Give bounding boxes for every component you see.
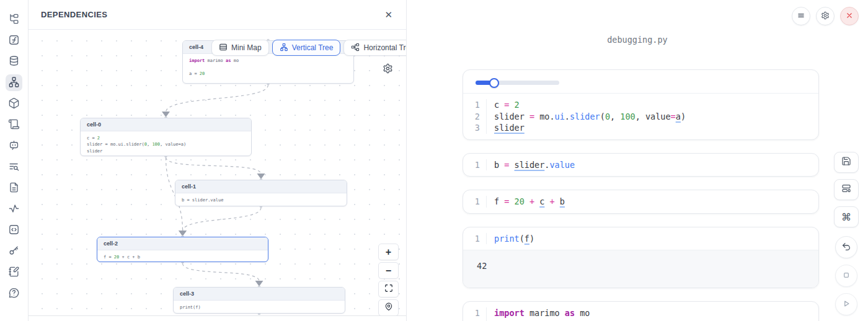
notebook-cell-cell-0: 123c = 2slider = mo.ui.slider(0, 100, va… [463, 69, 819, 140]
horizontal-tree-button[interactable]: Horizontal Tree [343, 40, 406, 56]
dependencies-panel: DEPENDENCIES ✕ cell-4import marimo as mo… [29, 0, 407, 321]
code-editor[interactable]: 1print(f) [463, 227, 818, 250]
sidebar-item-outline[interactable] [6, 159, 22, 175]
node-code: b = slider.value [175, 193, 347, 206]
helper-icon-rail [0, 0, 29, 321]
line-number-gutter: 123 [463, 307, 487, 321]
code-source[interactable]: c = 2slider = mo.ui.slider(0, 100, value… [487, 99, 686, 134]
panel-title: DEPENDENCIES [41, 10, 107, 19]
node-code: import marimo as mo a = 20 [183, 54, 353, 81]
plus-icon: + [386, 247, 391, 258]
node-code: print(f) [174, 301, 345, 314]
code-source[interactable]: import marimo as mo a = 20 [487, 307, 590, 321]
vertical-tree-button[interactable]: Vertical Tree [272, 40, 341, 56]
sidebar-item-datasources[interactable] [6, 53, 22, 70]
node-title: cell-1 [175, 180, 347, 193]
function-icon [8, 34, 20, 48]
play-icon [841, 299, 851, 310]
line-number-gutter: 123 [463, 99, 487, 134]
chat-bot-icon [8, 139, 20, 153]
node-title: cell-3 [174, 288, 345, 301]
graph-zoom-controls: + − [378, 244, 399, 316]
sidebar-item-chat[interactable] [6, 138, 22, 154]
gear-icon [821, 11, 830, 22]
close-panel-button[interactable]: ✕ [383, 9, 394, 20]
zoom-out-button[interactable]: − [378, 262, 399, 279]
activity-icon [8, 203, 20, 216]
fit-view-button[interactable] [378, 281, 399, 297]
graph-node-cell-2[interactable]: cell-2f = 20 + c + b [97, 237, 268, 262]
code-editor[interactable]: 123c = 2slider = mo.ui.slider(0, 100, va… [463, 94, 818, 139]
sidebar-item-help[interactable] [6, 285, 22, 302]
line-number-gutter: 1 [463, 233, 487, 245]
sidebar-item-tracing[interactable] [6, 201, 22, 218]
line-number-gutter: 1 [463, 196, 487, 208]
sidebar-item-dependencies[interactable] [6, 74, 22, 91]
graph-view-toolbar: Mini Map Vertical Tree Horizontal Tree [211, 40, 406, 56]
sidebar-item-documentation[interactable] [6, 180, 22, 196]
node-title: cell-2 [97, 237, 268, 250]
sidebar-item-explorer[interactable] [6, 11, 22, 28]
file-tree-icon [8, 13, 20, 27]
settings-button[interactable] [816, 7, 835, 25]
menu-button[interactable] [792, 7, 810, 25]
close-icon: ✕ [384, 9, 392, 20]
graph-node-cell-3[interactable]: cell-3print(f) [173, 287, 345, 314]
line-number-gutter: 1 [463, 159, 487, 171]
notebook-cell-cell-1: 1b = slider.value [463, 153, 819, 177]
sidebar-item-packages[interactable] [6, 95, 22, 112]
code-source[interactable]: b = slider.value [487, 159, 575, 171]
notebook-action-rail: ⌘ [834, 152, 859, 315]
sidebar-item-scratchpad[interactable] [6, 264, 22, 281]
zoom-in-button[interactable]: + [378, 244, 399, 260]
notebook-topbar [792, 7, 859, 25]
sidebar-item-logs[interactable] [6, 117, 22, 133]
command-palette-button[interactable]: ⌘ [834, 206, 859, 227]
stop-button[interactable] [835, 265, 857, 287]
graph-node-cell-0[interactable]: cell-0c = 2slider = mo.ui.slider(0, 100,… [80, 118, 252, 156]
dependency-graph-icon [8, 76, 20, 90]
shutdown-button[interactable] [840, 7, 859, 25]
notebook-area: debugging.py 123c = 2slider = mo.ui.slid… [407, 0, 868, 321]
center-view-button[interactable] [378, 299, 399, 316]
code-editor[interactable]: 123import marimo as mo a = 20 [463, 302, 818, 321]
database-icon [8, 55, 20, 69]
code-source[interactable]: print(f) [487, 233, 534, 245]
code-editor[interactable]: 1b = slider.value [463, 154, 818, 177]
notebook-cell-cell-4: 123import marimo as mo a = 20 [463, 301, 819, 321]
slider-widget[interactable] [476, 81, 559, 85]
code-editor[interactable]: 1f = 20 + c + b [463, 190, 818, 213]
document-icon [8, 182, 20, 195]
command-icon: ⌘ [841, 211, 851, 223]
logs-scroll-icon [8, 118, 20, 132]
slider-thumb[interactable] [489, 78, 499, 88]
mini-map-button[interactable]: Mini Map [211, 40, 269, 56]
sidebar-item-secrets[interactable] [6, 243, 22, 260]
notebook-filename: debugging.py [407, 35, 868, 45]
run-all-button[interactable] [835, 293, 857, 315]
layout-icon [841, 183, 851, 196]
undo-icon [841, 242, 851, 253]
graph-node-cell-1[interactable]: cell-1b = slider.value [175, 180, 347, 206]
console-output: 42 [463, 250, 818, 288]
notebook-cell-cell-2: 1f = 20 + c + b [463, 190, 819, 214]
rows-icon [219, 43, 228, 53]
undo-button[interactable] [835, 236, 857, 258]
save-button[interactable] [834, 152, 859, 173]
dependencies-panel-header: DEPENDENCIES ✕ [29, 0, 406, 30]
minus-icon: − [386, 265, 391, 276]
list-search-icon [8, 160, 20, 174]
node-code: f = 20 + c + b [97, 250, 268, 262]
dependency-graph-canvas[interactable]: cell-4import marimo as mo a = 20cell-0c … [29, 30, 406, 316]
sidebar-item-variables[interactable] [6, 32, 22, 49]
layout-button[interactable] [834, 179, 859, 200]
code-source[interactable]: f = 20 + c + b [487, 196, 565, 208]
sidebar-item-snippets[interactable] [6, 222, 22, 239]
package-icon [8, 97, 20, 111]
close-icon [845, 11, 854, 22]
menu-icon [797, 11, 805, 22]
help-bubble-icon [8, 287, 20, 301]
notebook-pen-icon [8, 266, 20, 279]
graph-settings-button[interactable] [383, 63, 393, 76]
map-pin-icon [384, 302, 393, 314]
